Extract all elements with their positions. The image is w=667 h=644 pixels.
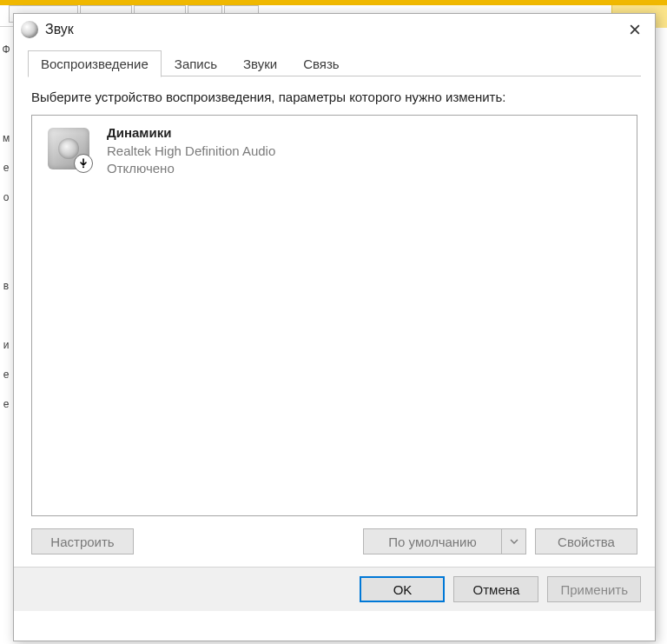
svg-point-0 bbox=[83, 167, 84, 169]
button-label: Настроить bbox=[50, 534, 114, 549]
tab-playback[interactable]: Воспроизведение bbox=[28, 50, 162, 77]
button-label: По умолчанию bbox=[388, 534, 476, 549]
dialog-bottom-bar: OK Отмена Применить bbox=[14, 568, 655, 611]
tab-label: Запись bbox=[175, 56, 217, 71]
ok-button[interactable]: OK bbox=[360, 576, 445, 602]
set-default-splitbutton: По умолчанию bbox=[363, 528, 526, 554]
tab-communications[interactable]: Связь bbox=[290, 50, 352, 76]
tab-label: Связь bbox=[303, 56, 339, 71]
properties-button: Свойства bbox=[535, 528, 637, 554]
window-title: Звук bbox=[45, 22, 74, 37]
tab-recording[interactable]: Запись bbox=[162, 50, 230, 76]
tabs: Воспроизведение Запись Звуки Связь bbox=[28, 49, 641, 76]
chevron-down-icon bbox=[510, 537, 518, 546]
device-name: Динамики bbox=[107, 124, 275, 142]
button-label: Применить bbox=[560, 582, 628, 597]
close-button[interactable] bbox=[615, 14, 655, 45]
cancel-button[interactable]: Отмена bbox=[453, 576, 538, 602]
disabled-overlay-icon bbox=[74, 154, 93, 173]
set-default-dropdown bbox=[502, 528, 526, 554]
button-label: OK bbox=[393, 582, 413, 597]
configure-button: Настроить bbox=[31, 528, 134, 554]
instruction-text: Выберите устройство воспроизведения, пар… bbox=[31, 89, 637, 106]
button-label: Отмена bbox=[473, 582, 520, 597]
close-icon bbox=[630, 24, 640, 35]
device-status: Отключено bbox=[107, 160, 275, 177]
set-default-button: По умолчанию bbox=[363, 528, 502, 554]
device-driver: Realtek High Definition Audio bbox=[107, 143, 275, 160]
titlebar: Звук bbox=[14, 14, 655, 45]
device-list[interactable]: Динамики Realtek High Definition Audio О… bbox=[31, 115, 637, 516]
device-row[interactable]: Динамики Realtek High Definition Audio О… bbox=[37, 121, 631, 181]
tab-label: Звуки bbox=[243, 56, 277, 71]
sound-dialog: Звук Воспроизведение Запись Звуки Связь … bbox=[13, 13, 656, 641]
device-icon-wrap bbox=[41, 124, 96, 173]
button-label: Свойства bbox=[558, 534, 615, 549]
tab-label: Воспроизведение bbox=[41, 56, 149, 71]
tab-sounds[interactable]: Звуки bbox=[230, 50, 290, 76]
apply-button: Применить bbox=[547, 576, 641, 602]
sound-app-icon bbox=[21, 21, 38, 38]
device-text: Динамики Realtek High Definition Audio О… bbox=[96, 124, 275, 177]
device-action-row: Настроить По умолчанию Свойства bbox=[31, 528, 637, 554]
